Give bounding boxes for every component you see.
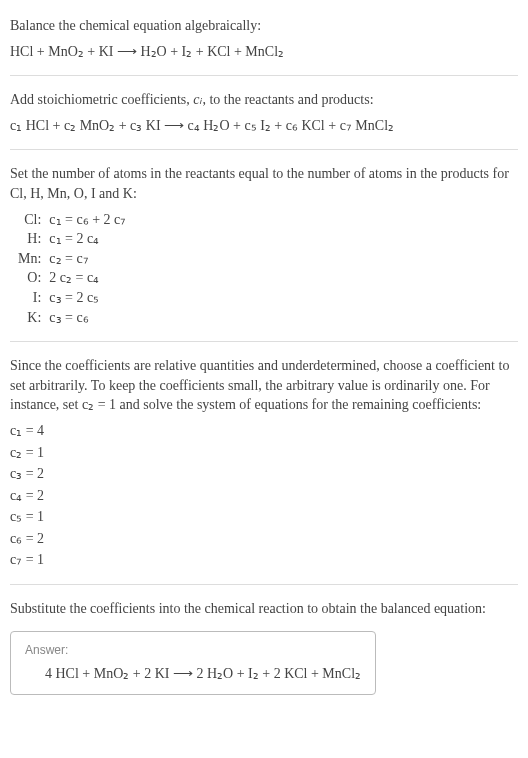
intro-text: Balance the chemical equation algebraica… xyxy=(10,16,518,36)
balance-equation: 2 c₂ = c₄ xyxy=(45,268,130,288)
divider xyxy=(10,341,518,342)
coefficient-solutions: c₁ = 4 c₂ = 1 c₃ = 2 c₄ = 2 c₅ = 1 c₆ = … xyxy=(10,421,518,570)
answer-box: Answer: 4 HCl + MnO₂ + 2 KI ⟶ 2 H₂O + I₂… xyxy=(10,631,376,695)
unbalanced-equation: HCl + MnO₂ + KI ⟶ H₂O + I₂ + KCl + MnCl₂ xyxy=(10,42,518,62)
balance-equation: c₁ = 2 c₄ xyxy=(45,229,130,249)
balanced-equation: 4 HCl + MnO₂ + 2 KI ⟶ 2 H₂O + I₂ + 2 KCl… xyxy=(25,664,361,684)
element-label: H: xyxy=(14,229,45,249)
balance-equation: c₂ = c₇ xyxy=(45,249,130,269)
divider xyxy=(10,149,518,150)
solution-line: c₂ = 1 xyxy=(10,443,518,463)
table-row: I: c₃ = 2 c₅ xyxy=(14,288,130,308)
table-row: H: c₁ = 2 c₄ xyxy=(14,229,130,249)
element-label: K: xyxy=(14,308,45,328)
balance-equation: c₃ = 2 c₅ xyxy=(45,288,130,308)
element-label: I: xyxy=(14,288,45,308)
solution-line: c₆ = 2 xyxy=(10,529,518,549)
solution-line: c₁ = 4 xyxy=(10,421,518,441)
solution-line: c₇ = 1 xyxy=(10,550,518,570)
divider xyxy=(10,584,518,585)
atom-balance-table: Cl: c₁ = c₆ + 2 c₇ H: c₁ = 2 c₄ Mn: c₂ =… xyxy=(14,210,130,328)
coefficients-equation: c₁ HCl + c₂ MnO₂ + c₃ KI ⟶ c₄ H₂O + c₅ I… xyxy=(10,116,518,136)
table-row: O: 2 c₂ = c₄ xyxy=(14,268,130,288)
balance-equation: c₃ = c₆ xyxy=(45,308,130,328)
text-part: Add stoichiometric coefficients, xyxy=(10,92,193,107)
solution-line: c₅ = 1 xyxy=(10,507,518,527)
solution-line: c₃ = 2 xyxy=(10,464,518,484)
element-label: Cl: xyxy=(14,210,45,230)
atom-balance-text: Set the number of atoms in the reactants… xyxy=(10,164,518,203)
element-label: O: xyxy=(14,268,45,288)
table-row: K: c₃ = c₆ xyxy=(14,308,130,328)
substitute-text: Substitute the coefficients into the che… xyxy=(10,599,518,619)
add-coefficients-text: Add stoichiometric coefficients, cᵢ, to … xyxy=(10,90,518,110)
table-row: Mn: c₂ = c₇ xyxy=(14,249,130,269)
table-row: Cl: c₁ = c₆ + 2 c₇ xyxy=(14,210,130,230)
solution-line: c₄ = 2 xyxy=(10,486,518,506)
element-label: Mn: xyxy=(14,249,45,269)
solve-instructions: Since the coefficients are relative quan… xyxy=(10,356,518,415)
balance-equation: c₁ = c₆ + 2 c₇ xyxy=(45,210,130,230)
text-part: , to the reactants and products: xyxy=(202,92,373,107)
divider xyxy=(10,75,518,76)
answer-label: Answer: xyxy=(25,642,361,659)
